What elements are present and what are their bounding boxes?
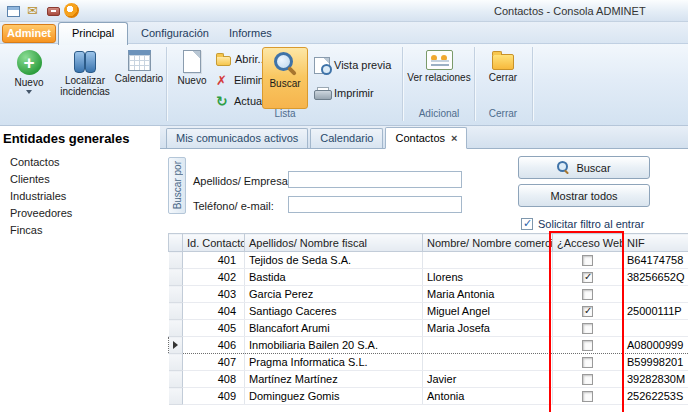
sidebar-item-proveedores[interactable]: Proveedores [10,207,72,224]
cell-nombre[interactable]: Antonia [423,388,553,405]
cell-nif[interactable]: 38256652Q [623,269,688,286]
row-selector[interactable] [169,320,183,337]
sidebar-item-industriales[interactable]: Industriales [10,190,66,207]
row-selector[interactable] [169,269,183,286]
mostrar-todos-button[interactable]: Mostrar todos [518,184,650,207]
col-header-id-contacto[interactable]: Id. Contacto [183,234,245,252]
tab-principal[interactable]: Principal [58,22,128,45]
buscar-button[interactable]: Buscar [518,156,650,179]
cell-nif[interactable] [623,320,688,337]
cell-nombre[interactable]: Javier [423,371,553,388]
cell-nif[interactable]: 25000111P [623,303,688,320]
acceso-web-checkbox[interactable] [582,391,593,402]
acceso-web-checkbox[interactable] [582,323,593,334]
cell-id-contacto[interactable]: 405 [183,320,245,337]
cell-apellidos[interactable]: Santiago Caceres [245,303,423,320]
cell-apellidos[interactable]: Martínez Martínez [245,371,423,388]
cell-nif[interactable]: 39282830M [623,371,688,388]
cell-id-contacto[interactable]: 403 [183,286,245,303]
cell-apellidos[interactable]: Inmobiliaria Bailen 20 S.A. [245,337,423,354]
cell-nombre[interactable]: Maria Josefa [423,320,553,337]
cell-apellidos[interactable]: Tejidos de Seda S.A. [245,252,423,269]
imprimir-button[interactable]: Imprimir [314,84,374,102]
tab-configuracion[interactable]: Configuración [128,22,222,44]
app-window-icon[interactable] [7,6,20,17]
doc-tab-calendario[interactable]: Calendario [310,128,383,148]
acceso-web-checkbox[interactable] [582,255,593,266]
cell-apellidos[interactable]: Bastida [245,269,423,286]
cell-acceso-web [553,354,623,371]
cell-id-contacto[interactable]: 406 [183,337,245,354]
apellidos-empresa-input[interactable] [288,171,462,188]
print-icon[interactable] [47,7,60,16]
acceso-web-checkbox[interactable] [582,357,593,368]
calendario-button[interactable]: Calendario [114,47,164,107]
cell-nif[interactable]: B59998201 [623,354,688,371]
table-row[interactable]: 407Pragma Informatica S.L.B59998201 [169,354,688,371]
sidebar-item-contactos[interactable]: Contactos [10,156,60,173]
row-selector[interactable] [169,354,183,371]
row-selector[interactable] [169,303,183,320]
row-selector[interactable] [169,388,183,405]
adminet-app-button[interactable]: Adminet [2,24,56,43]
cell-nombre[interactable]: Llorens [423,269,553,286]
table-row[interactable]: 404Santiago CaceresMiguel Angel25000111P [169,303,688,320]
cell-id-contacto[interactable]: 404 [183,303,245,320]
row-selector[interactable] [169,371,183,388]
sidebar-item-clientes[interactable]: Clientes [10,173,50,190]
table-row[interactable]: 406Inmobiliaria Bailen 20 S.A.A08000999 [169,337,688,354]
col-header-nombre[interactable]: Nombre/ Nombre comercial [423,234,553,252]
row-selector[interactable] [169,337,183,354]
table-row[interactable]: 403Garcia PerezMaria Antonia [169,286,688,303]
acceso-web-checkbox[interactable] [582,306,593,317]
table-row[interactable]: 401Tejidos de Seda S.A.B64174758 [169,252,688,269]
mail-icon[interactable] [27,3,41,17]
nuevo-lista-button[interactable]: Nuevo [170,47,214,107]
table-row[interactable]: 402BastidaLlorens38256652Q [169,269,688,286]
buscar-ribbon-button[interactable]: Buscar [262,47,308,109]
cell-apellidos[interactable]: Dominguez Gomis [245,388,423,405]
cell-nombre[interactable]: Maria Antonia [423,286,553,303]
ver-relaciones-button[interactable]: Ver relaciones [406,47,472,107]
acceso-web-checkbox[interactable] [582,374,593,385]
sidebar-item-fincas[interactable]: Fincas [10,224,42,241]
cell-nombre[interactable] [423,354,553,371]
solicitar-filtro-checkbox[interactable] [521,218,533,230]
table-row[interactable]: 405Blancafort ArumiMaria Josefa [169,320,688,337]
acceso-web-checkbox[interactable] [582,272,593,283]
cell-id-contacto[interactable]: 401 [183,252,245,269]
cell-nombre[interactable] [423,337,553,354]
cell-id-contacto[interactable]: 407 [183,354,245,371]
abrir-button[interactable]: Abrir... [216,50,267,68]
acceso-web-checkbox[interactable] [582,340,593,351]
cell-apellidos[interactable]: Garcia Perez [245,286,423,303]
close-icon[interactable]: × [451,132,457,144]
row-selector[interactable] [169,252,183,269]
cerrar-button[interactable]: Cerrar [478,47,528,107]
doc-tab-mis-comunicados[interactable]: Mis comunicados activos [166,128,308,148]
tab-informes[interactable]: Informes [216,22,285,44]
cell-nif[interactable]: B64174758 [623,252,688,269]
table-row[interactable]: 409Dominguez GomisAntonia25262253S [169,388,688,405]
vista-previa-button[interactable]: Vista previa [314,56,391,74]
cell-apellidos[interactable]: Blancafort Arumi [245,320,423,337]
acceso-web-checkbox[interactable] [582,289,593,300]
telefono-email-input[interactable] [288,196,462,213]
cell-id-contacto[interactable]: 402 [183,269,245,286]
localizar-incidencias-button[interactable]: Localizar incidencias [56,47,114,107]
cell-nif[interactable]: A08000999 [623,337,688,354]
row-selector[interactable] [169,286,183,303]
col-header-nif[interactable]: NIF [623,234,688,252]
cell-apellidos[interactable]: Pragma Informatica S.L. [245,354,423,371]
cell-id-contacto[interactable]: 408 [183,371,245,388]
col-header-acceso-web[interactable]: ¿Acceso Web? [553,234,623,252]
cell-nif[interactable] [623,286,688,303]
table-row[interactable]: 408Martínez MartínezJavier39282830M [169,371,688,388]
doc-tab-contactos[interactable]: Contactos× [385,127,467,149]
cell-nif[interactable]: 25262253S [623,388,688,405]
nuevo-entidad-button[interactable]: Nuevo [3,47,55,107]
col-header-apellidos[interactable]: Apellidos/ Nombre fiscal [245,234,423,252]
cell-id-contacto[interactable]: 409 [183,388,245,405]
cell-nombre[interactable]: Miguel Angel [423,303,553,320]
cell-nombre[interactable] [423,252,553,269]
